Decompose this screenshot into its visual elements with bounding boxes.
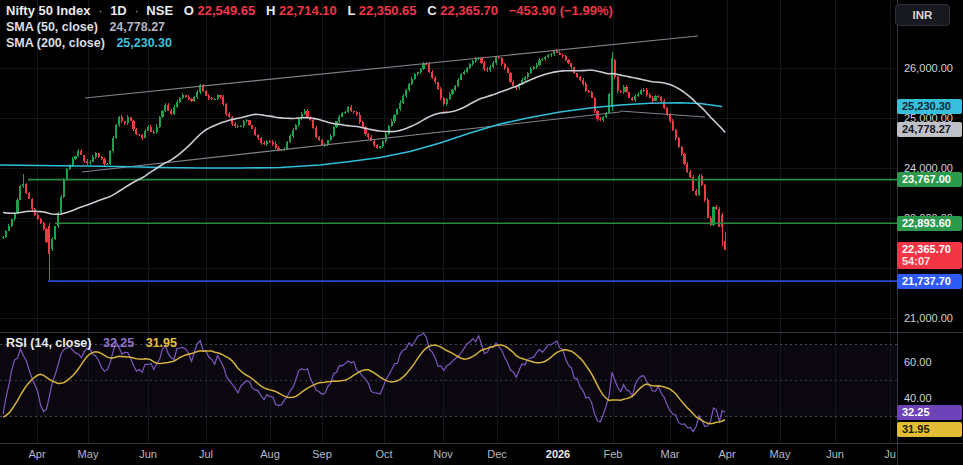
time-axis-label-dec: Dec bbox=[487, 448, 507, 460]
sma50-legend-row[interactable]: SMA (50, close) 24,778.27 bbox=[6, 19, 613, 35]
sma200-label: SMA (200, close) bbox=[6, 36, 105, 50]
time-axis-label-may: May bbox=[770, 448, 791, 460]
time-axis-label-may: May bbox=[78, 448, 99, 460]
axis-label: 26,000.00 bbox=[904, 61, 953, 76]
symbol-name[interactable]: Nifty 50 Index bbox=[6, 3, 91, 18]
sma200-legend-row[interactable]: SMA (200, close) 25,230.30 bbox=[6, 35, 613, 51]
high-value: 22,714.10 bbox=[279, 3, 337, 18]
sma50-value: 24,778.27 bbox=[109, 20, 165, 34]
support-price-badge-1: 23,767.00 bbox=[897, 172, 962, 187]
rsi-band bbox=[0, 344, 897, 416]
close-value: 22,365.70 bbox=[440, 3, 498, 18]
chart-canvas[interactable] bbox=[0, 0, 963, 465]
time-axis-label-ju: Ju bbox=[884, 448, 896, 460]
sma200-value: 25,230.30 bbox=[116, 36, 172, 50]
time-axis[interactable]: AprMayJunJulAugSepOctNovDec2026FebMarApr… bbox=[0, 444, 963, 465]
separator: · bbox=[134, 3, 138, 18]
time-axis-label-2026: 2026 bbox=[546, 448, 570, 460]
interval-label[interactable]: 1D bbox=[110, 3, 127, 18]
separator: · bbox=[98, 3, 102, 18]
rsi-value: 32.25 bbox=[103, 336, 134, 350]
open-key: O bbox=[184, 3, 194, 18]
currency-button[interactable]: INR bbox=[895, 4, 950, 26]
change-value: −453.90 (−1.99%) bbox=[509, 3, 613, 18]
time-axis-label-nov: Nov bbox=[433, 448, 453, 460]
rsi-ma-value: 31.95 bbox=[146, 336, 177, 350]
exchange-label[interactable]: NSE bbox=[146, 3, 173, 18]
low-key: L bbox=[347, 3, 355, 18]
rsi-label: RSI (14, close) bbox=[6, 336, 91, 350]
open-value: 22,549.65 bbox=[197, 3, 255, 18]
sma50-price-badge: 24,778.27 bbox=[897, 122, 962, 137]
sma200-price-badge: 25,230.30 bbox=[897, 99, 962, 114]
axis-label: 60.00 bbox=[904, 355, 932, 370]
axis-label: 21,000.00 bbox=[904, 311, 953, 326]
symbol-row[interactable]: Nifty 50 Index · 1D · NSE O 22,549.65 H … bbox=[6, 3, 613, 19]
support-price-badge-3: 21,737.70 bbox=[897, 274, 962, 289]
sma50-label: SMA (50, close) bbox=[6, 20, 98, 34]
time-axis-label-mar: Mar bbox=[661, 448, 680, 460]
countdown-timer: 54:07 bbox=[902, 256, 962, 269]
time-axis-label-jun: Jun bbox=[826, 448, 844, 460]
time-axis-label-aug: Aug bbox=[260, 448, 280, 460]
time-axis-label-oct: Oct bbox=[375, 448, 392, 460]
time-axis-label-apr: Apr bbox=[718, 448, 735, 460]
axis-label: 40.00 bbox=[904, 391, 932, 406]
low-value: 22,350.65 bbox=[359, 3, 417, 18]
tradingview-chart-window: Nifty 50 Index · 1D · NSE O 22,549.65 H … bbox=[0, 0, 963, 465]
short-downtrend-line[interactable] bbox=[620, 111, 705, 117]
rsi-value-badge: 32.25 bbox=[897, 405, 962, 420]
support-price-badge-2: 22,893.60 bbox=[897, 216, 962, 231]
chart-legend: Nifty 50 Index · 1D · NSE O 22,549.65 H … bbox=[6, 3, 613, 51]
time-axis-label-jul: Jul bbox=[199, 448, 213, 460]
last-price-badge: 22,365.7054:07 bbox=[897, 242, 962, 269]
time-axis-label-sep: Sep bbox=[312, 448, 332, 460]
lower-channel-trendline[interactable] bbox=[82, 112, 620, 172]
rsi-legend-row[interactable]: RSI (14, close) 32.25 31.95 bbox=[6, 336, 177, 351]
candles bbox=[2, 49, 726, 281]
time-axis-label-feb: Feb bbox=[604, 448, 623, 460]
price-axis[interactable]: 26,000.0025,000.0024,000.0023,000.0021,0… bbox=[897, 0, 963, 465]
time-axis-label-jun: Jun bbox=[139, 448, 157, 460]
rsi-ma-value-badge: 31.95 bbox=[897, 422, 962, 437]
time-axis-label-apr: Apr bbox=[28, 448, 45, 460]
high-key: H bbox=[266, 3, 275, 18]
close-key: C bbox=[427, 3, 436, 18]
sma50-line[interactable] bbox=[3, 70, 725, 214]
